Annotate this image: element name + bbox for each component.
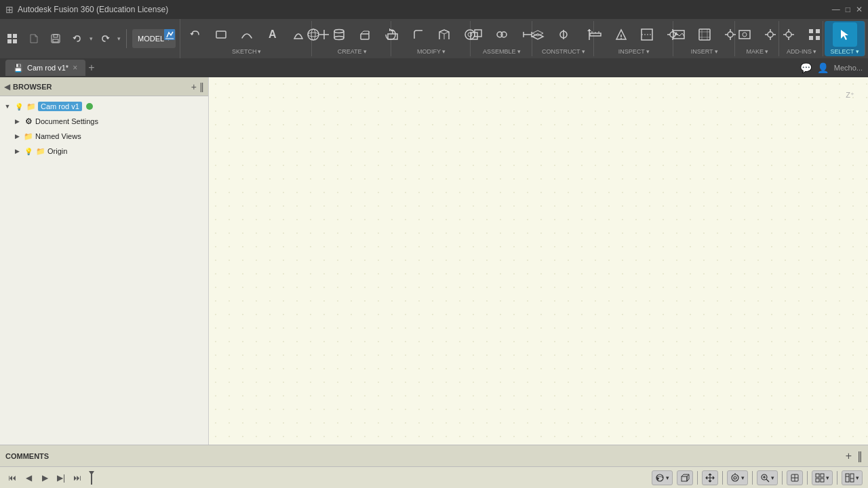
notifications-icon[interactable]: 💬 — [800, 62, 812, 73]
viewport-canvas[interactable]: Z⁺ — [209, 77, 868, 445]
tab-right-actions: 💬 👤 Mecho... — [800, 62, 863, 73]
tab-close-button[interactable]: × — [73, 63, 77, 73]
zoom-button[interactable]: ▾ — [757, 470, 778, 485]
sketch-arrow-icon: ▾ — [258, 48, 261, 55]
grid-menu-button[interactable] — [3, 29, 22, 48]
section-analysis-button[interactable] — [635, 22, 659, 47]
modify-label[interactable]: MODIFY ▾ — [417, 48, 446, 55]
insert-canvas-button[interactable] — [692, 22, 717, 47]
modify-section: MODIFY ▾ — [393, 21, 471, 56]
addins-section: ADD-INS ▾ — [781, 21, 823, 56]
timeline-prev-button[interactable]: ◀ — [22, 471, 35, 485]
interference-button[interactable] — [609, 22, 633, 47]
close-icon[interactable]: ✕ — [856, 5, 863, 14]
comments-add-button[interactable]: + — [846, 450, 852, 462]
origin-expand-icon[interactable]: ▶ — [12, 146, 22, 156]
minimize-icon[interactable]: — — [832, 5, 840, 14]
rectangle-tool-button[interactable] — [209, 22, 233, 47]
arc-tool-button[interactable] — [235, 22, 259, 47]
measure-button[interactable] — [583, 22, 608, 47]
main-toolbar: ▾ ▾ MODEL ▾ — [0, 19, 868, 58]
undo-arrow[interactable]: ▾ — [90, 35, 93, 42]
construct-label[interactable]: CONSTRUCT ▾ — [542, 48, 585, 55]
named-views-expand-icon[interactable]: ▶ — [12, 131, 22, 141]
cylinder-tool-button[interactable] — [327, 22, 351, 47]
view-style-button[interactable] — [787, 470, 803, 485]
assemble-label[interactable]: ASSEMBLE ▾ — [483, 48, 521, 55]
timeline-start-button[interactable]: ⏮ — [5, 471, 19, 485]
tree-item-origin[interactable]: ▶ 💡 📁 Origin — [0, 144, 208, 159]
text-tool-button[interactable]: A — [260, 22, 285, 47]
display-settings-button[interactable]: ▾ — [842, 470, 863, 485]
addins-label[interactable]: ADD-INS ▾ — [787, 48, 816, 55]
new-component-button[interactable] — [464, 22, 488, 47]
inspect-section: INSPECT ▾ — [595, 21, 673, 56]
make-label[interactable]: MAKE ▾ — [746, 48, 768, 55]
named-views-label: Named Views — [35, 132, 81, 140]
tree-item-named-views[interactable]: ▶ 📁 Named Views — [0, 129, 208, 144]
sketch-label[interactable]: SKETCH ▾ — [232, 48, 262, 55]
svg-point-51 — [786, 32, 791, 37]
tree-item-doc-settings[interactable]: ▶ ⚙ Document Settings — [0, 114, 208, 129]
timeline-next-button[interactable]: ▶| — [54, 471, 68, 485]
account-label: Mecho... — [834, 64, 863, 72]
addins-arrow-icon: ▾ — [813, 48, 816, 55]
orbit-button[interactable]: ▾ — [652, 470, 673, 485]
app-title: Autodesk Fusion 360 (Education License) — [18, 5, 168, 14]
browser-separator-button[interactable]: ‖ — [199, 81, 204, 92]
vp-separator-2 — [722, 471, 723, 485]
doc-settings-gear-icon: ⚙ — [23, 116, 34, 127]
create-section: CREATE ▾ — [313, 21, 391, 56]
select-tool-button[interactable] — [833, 22, 857, 47]
joint-button[interactable] — [490, 22, 514, 47]
insert-label[interactable]: INSERT ▾ — [691, 48, 718, 55]
sphere-tool-button[interactable] — [301, 22, 326, 47]
doc-settings-expand-icon[interactable]: ▶ — [12, 117, 22, 126]
addins-grid-button[interactable] — [802, 22, 827, 47]
press-pull-button[interactable] — [380, 22, 405, 47]
make-image-button[interactable] — [732, 22, 757, 47]
browser-add-button[interactable]: + — [191, 81, 197, 92]
select-arrow-icon: ▾ — [856, 48, 859, 55]
maximize-icon[interactable]: □ — [846, 5, 850, 14]
user-icon[interactable]: 👤 — [817, 62, 829, 73]
redo-button[interactable] — [96, 29, 115, 48]
title-bar-left: ⊞ Autodesk Fusion 360 (Education License… — [5, 4, 168, 15]
addins-settings-button[interactable] — [776, 22, 801, 47]
sketch-undo-button[interactable] — [183, 22, 208, 47]
browser-actions: + ‖ — [191, 81, 204, 92]
fillet-button[interactable] — [406, 22, 431, 47]
extrude-tool-button[interactable] — [353, 22, 377, 47]
root-expand-icon[interactable]: ▼ — [3, 102, 12, 111]
timeline-end-button[interactable]: ⏭ — [71, 471, 84, 485]
undo-button[interactable] — [68, 29, 87, 48]
home-view-button[interactable] — [677, 470, 693, 485]
inspect-label[interactable]: INSPECT ▾ — [618, 48, 650, 55]
grid-toggle-button[interactable]: ▾ — [812, 470, 833, 485]
sketch-section: A SKETCH ▾ — [182, 21, 312, 56]
create-label[interactable]: CREATE ▾ — [338, 48, 367, 55]
browser-collapse-button[interactable]: ◀ — [4, 82, 10, 92]
pan-button[interactable] — [702, 470, 718, 485]
select-section: SELECT ▾ — [825, 21, 865, 56]
save-button[interactable] — [46, 29, 65, 48]
redo-arrow[interactable]: ▾ — [117, 35, 121, 42]
svg-point-59 — [732, 474, 738, 481]
active-tab[interactable]: 💾 Cam rod v1* × — [5, 60, 85, 76]
tab-add-button[interactable]: + — [88, 62, 94, 74]
tree-item-root[interactable]: ▼ 💡 📁 Cam rod v1 — [0, 99, 208, 114]
svg-rect-40 — [673, 30, 684, 39]
make-arrow-icon: ▾ — [765, 48, 768, 55]
look-button[interactable]: ▾ — [727, 470, 748, 485]
insert-image-button[interactable] — [667, 22, 691, 47]
construct-arrow-icon: ▾ — [582, 48, 585, 55]
shell-button[interactable] — [432, 22, 456, 47]
select-label[interactable]: SELECT ▾ — [831, 48, 859, 55]
timeline-play-button[interactable]: ▶ — [38, 471, 52, 485]
svg-rect-72 — [846, 474, 849, 482]
midplane-button[interactable] — [551, 22, 576, 47]
comments-separator-button[interactable]: ‖ — [857, 449, 863, 462]
file-button[interactable] — [24, 29, 43, 48]
offset-plane-button[interactable] — [526, 22, 550, 47]
sketch-tool-button[interactable] — [157, 22, 182, 47]
